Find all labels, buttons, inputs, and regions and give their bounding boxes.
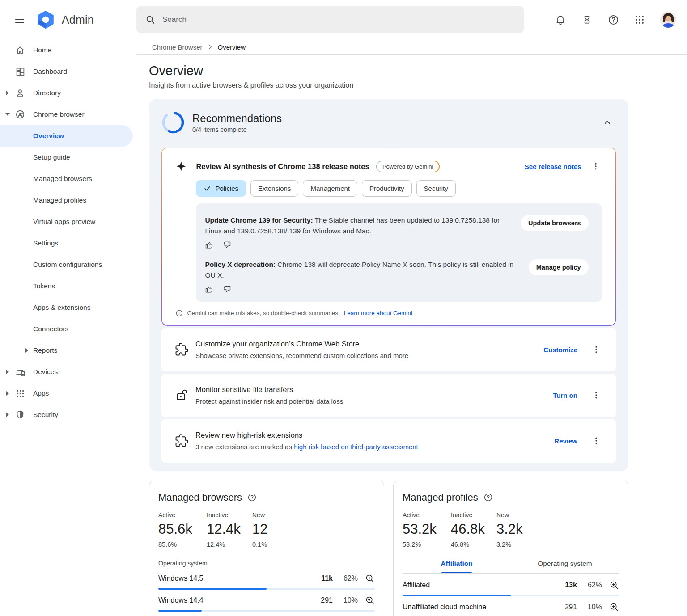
chip-productivity[interactable]: Productivity	[362, 180, 412, 197]
stat-active: Active 53.2k 53.2%	[403, 511, 451, 548]
chip-extensions[interactable]: Extensions	[250, 180, 298, 197]
sidebar-item-security[interactable]: Security	[0, 404, 136, 426]
thumbs-down-icon[interactable]	[222, 285, 231, 294]
sidebar-item-dashboard[interactable]: Dashboard	[0, 61, 136, 82]
managed-profiles-card: Managed profiles Active 53.2k 53.2% Inac…	[393, 481, 628, 616]
recommendations-card: Recommendations 0/4 items complete Revie…	[149, 99, 628, 471]
affiliation-row: Unaffiliated cloud machine 291 10%	[403, 596, 619, 616]
collapse-chevron-icon[interactable]	[601, 116, 614, 129]
customize-link[interactable]: Customize	[543, 346, 577, 354]
thumbs-up-icon[interactable]	[205, 240, 214, 249]
zoom-in-icon[interactable]	[365, 595, 375, 605]
breadcrumb-parent[interactable]: Chrome Browser	[152, 43, 203, 51]
sidebar-item-managed-browsers[interactable]: Managed browsers	[0, 168, 136, 190]
recommendations-title: Recommendations	[192, 112, 601, 125]
zoom-in-icon[interactable]	[609, 580, 619, 590]
high-risk-assessment-link[interactable]: high risk based on third-party assessmen…	[294, 443, 418, 451]
task-review-high-risk-extensions: Review new high-risk extensions 3 new ex…	[161, 419, 616, 463]
card-title: Managed browsers	[158, 492, 242, 503]
update-browsers-button[interactable]: Update browsers	[521, 215, 589, 231]
sidebar-item-chrome-browser[interactable]: Chrome browser	[0, 104, 136, 125]
user-avatar[interactable]	[660, 12, 676, 28]
review-link[interactable]: Review	[554, 437, 577, 445]
search-bar[interactable]	[136, 6, 524, 33]
pending-tasks-hourglass-icon[interactable]	[581, 14, 593, 25]
sidebar-item-settings[interactable]: Settings	[0, 232, 136, 254]
manage-policy-button[interactable]: Manage policy	[529, 259, 589, 275]
help-icon[interactable]	[247, 493, 257, 502]
notifications-bell-icon[interactable]	[555, 14, 566, 25]
more-options-kebab-icon[interactable]	[590, 343, 602, 356]
tab-operating-system[interactable]: Operating system	[511, 555, 619, 573]
admin-logo-icon	[37, 11, 55, 29]
affiliation-row: Affiliated 13k 62%	[403, 574, 619, 596]
summary-heading: Policy X deprecation:	[205, 261, 276, 268]
sidebar-item-apps[interactable]: Apps	[0, 383, 136, 404]
help-icon[interactable]	[607, 14, 619, 25]
card-title: Managed profiles	[403, 492, 478, 503]
expand-caret-icon[interactable]	[5, 370, 10, 374]
turn-on-link[interactable]: Turn on	[553, 392, 577, 399]
google-apps-grid-icon[interactable]	[634, 14, 645, 25]
sidebar-item-reports[interactable]: Reports	[0, 340, 136, 361]
check-icon	[204, 185, 211, 192]
sidebar-item-setup-guide[interactable]: Setup guide	[0, 147, 136, 168]
sidebar-item-home[interactable]: Home	[0, 39, 136, 61]
sidebar-item-overview[interactable]: Overview	[0, 125, 133, 147]
chip-management[interactable]: Management	[303, 180, 357, 197]
search-input[interactable]	[162, 15, 515, 24]
expand-caret-icon[interactable]	[25, 348, 29, 353]
expand-caret-icon[interactable]	[5, 91, 10, 95]
profiles-tabs: Affiliation Operating system	[403, 555, 619, 574]
powered-by-gemini-badge: Powered by Gemini	[376, 161, 440, 172]
sidebar-item-tokens[interactable]: Tokens	[0, 275, 136, 297]
chip-policies[interactable]: Policies	[196, 180, 246, 197]
learn-more-gemini-link[interactable]: Learn more about Gemini	[344, 310, 412, 316]
more-options-kebab-icon[interactable]	[590, 435, 602, 447]
apps-grid-icon	[15, 388, 25, 399]
help-icon[interactable]	[483, 493, 493, 502]
more-options-kebab-icon[interactable]	[589, 160, 602, 173]
sidebar-item-virtual-apps-preview[interactable]: Virtual apps preview	[0, 211, 136, 232]
expand-caret-icon[interactable]	[5, 413, 10, 417]
app-title: Admin	[62, 13, 94, 26]
breadcrumb-current: Overview	[218, 43, 246, 51]
tab-affiliation[interactable]: Affiliation	[403, 555, 511, 573]
task-title: Monitor sensitive file transfers	[195, 385, 553, 394]
divider	[136, 54, 687, 55]
sidebar-item-devices[interactable]: Devices	[0, 361, 136, 383]
gemini-summaries-box: Update Chrome 139 for Security: The Stab…	[196, 203, 602, 302]
progress-donut	[161, 111, 185, 134]
app-header: Admin	[0, 0, 687, 39]
gemini-recommendation-card: Review AI synthesis of Chrome 138 releas…	[161, 148, 616, 326]
more-options-kebab-icon[interactable]	[590, 389, 602, 401]
zoom-in-icon[interactable]	[609, 602, 619, 612]
operating-system-label: Operating system	[158, 560, 375, 567]
chip-security[interactable]: Security	[416, 180, 456, 197]
expand-caret-icon[interactable]	[5, 391, 10, 396]
home-icon	[15, 45, 25, 55]
menu-icon[interactable]	[12, 12, 28, 28]
task-subtitle: 3 new extensions are marked as	[195, 443, 292, 451]
sidebar-item-custom-configurations[interactable]: Custom configurations	[0, 254, 136, 275]
sidebar-item-apps-extensions[interactable]: Apps & extensions	[0, 297, 136, 318]
recommendations-progress: 0/4 items complete	[192, 126, 601, 133]
puzzle-icon	[175, 434, 188, 447]
stat-new: New 3.2k 3.2%	[496, 511, 545, 548]
task-subtitle: Protect against insider risk and potenti…	[195, 397, 553, 405]
page-title: Overview	[149, 63, 628, 78]
summary-heading: Update Chrome 139 for Security:	[205, 216, 313, 224]
zoom-in-icon[interactable]	[365, 574, 375, 583]
sidebar-item-directory[interactable]: Directory	[0, 82, 136, 104]
collapse-caret-icon[interactable]	[5, 113, 10, 116]
sidebar-item-connectors[interactable]: Connectors	[0, 318, 136, 340]
see-release-notes-link[interactable]: See release notes	[525, 163, 581, 170]
info-icon	[175, 309, 183, 317]
sidebar-item-managed-profiles[interactable]: Managed profiles	[0, 190, 136, 211]
gemini-disclaimer: Gemini can make mistakes, so double-chec…	[187, 310, 339, 316]
os-row: Windows 14.4 291 10%	[158, 590, 375, 612]
thumbs-up-icon[interactable]	[205, 285, 214, 294]
chevron-right-icon	[207, 44, 213, 50]
search-icon	[145, 15, 155, 25]
thumbs-down-icon[interactable]	[222, 240, 231, 249]
